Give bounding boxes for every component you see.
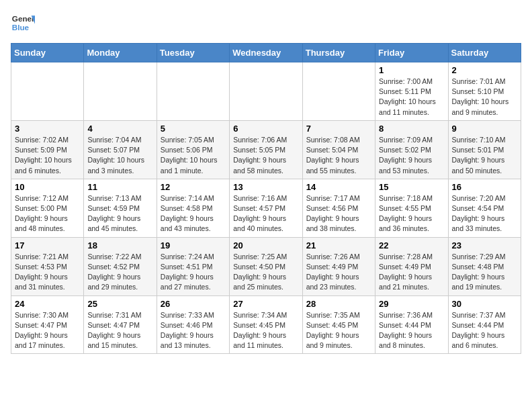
calendar-body: 1Sunrise: 7:00 AM Sunset: 5:11 PM Daylig… [11,62,521,354]
calendar-cell: 19Sunrise: 7:24 AM Sunset: 4:51 PM Dayli… [157,237,229,295]
day-number: 18 [87,240,152,250]
calendar-cell [230,62,302,121]
calendar-cell: 18Sunrise: 7:22 AM Sunset: 4:52 PM Dayli… [84,237,157,295]
weekday-header-row: SundayMondayTuesdayWednesdayThursdayFrid… [11,44,521,62]
calendar-cell: 17Sunrise: 7:21 AM Sunset: 4:53 PM Dayli… [11,237,84,295]
day-info: Sunrise: 7:25 AM Sunset: 4:50 PM Dayligh… [233,252,298,293]
day-info: Sunrise: 7:34 AM Sunset: 4:45 PM Dayligh… [233,310,298,351]
day-number: 11 [87,182,152,192]
weekday-header: Saturday [448,44,521,62]
day-number: 23 [452,240,517,250]
calendar-cell: 2Sunrise: 7:01 AM Sunset: 5:10 PM Daylig… [448,62,521,121]
day-number: 5 [161,124,226,134]
day-info: Sunrise: 7:14 AM Sunset: 4:58 PM Dayligh… [161,193,226,234]
day-number: 4 [87,124,152,134]
day-info: Sunrise: 7:20 AM Sunset: 4:54 PM Dayligh… [452,193,517,234]
day-info: Sunrise: 7:02 AM Sunset: 5:09 PM Dayligh… [15,135,80,176]
calendar-cell [302,62,375,121]
calendar-table: SundayMondayTuesdayWednesdayThursdayFrid… [11,43,521,354]
weekday-header: Friday [375,44,448,62]
page-header: General Blue [11,11,521,35]
day-number: 9 [452,124,517,134]
calendar-cell: 4Sunrise: 7:04 AM Sunset: 5:07 PM Daylig… [84,120,157,179]
day-number: 12 [161,182,226,192]
calendar-cell: 6Sunrise: 7:06 AM Sunset: 5:05 PM Daylig… [230,120,302,179]
svg-text:General: General [12,14,35,23]
day-info: Sunrise: 7:33 AM Sunset: 4:46 PM Dayligh… [161,310,226,351]
day-info: Sunrise: 7:30 AM Sunset: 4:47 PM Dayligh… [15,310,80,351]
calendar-cell: 30Sunrise: 7:37 AM Sunset: 4:44 PM Dayli… [448,295,521,354]
calendar-week: 24Sunrise: 7:30 AM Sunset: 4:47 PM Dayli… [11,295,521,354]
calendar-cell: 23Sunrise: 7:29 AM Sunset: 4:48 PM Dayli… [448,237,521,295]
calendar-cell: 10Sunrise: 7:12 AM Sunset: 5:00 PM Dayli… [11,179,84,237]
weekday-header: Sunday [11,44,84,62]
calendar-week: 17Sunrise: 7:21 AM Sunset: 4:53 PM Dayli… [11,237,521,295]
day-number: 3 [15,124,80,134]
day-number: 26 [161,299,226,309]
calendar-cell: 13Sunrise: 7:16 AM Sunset: 4:57 PM Dayli… [230,179,302,237]
day-info: Sunrise: 7:00 AM Sunset: 5:11 PM Dayligh… [379,77,444,118]
calendar-cell: 20Sunrise: 7:25 AM Sunset: 4:50 PM Dayli… [230,237,302,295]
day-info: Sunrise: 7:06 AM Sunset: 5:05 PM Dayligh… [233,135,298,176]
calendar-cell: 3Sunrise: 7:02 AM Sunset: 5:09 PM Daylig… [11,120,84,179]
day-number: 28 [306,299,371,309]
day-info: Sunrise: 7:05 AM Sunset: 5:06 PM Dayligh… [161,135,226,176]
day-info: Sunrise: 7:16 AM Sunset: 4:57 PM Dayligh… [233,193,298,234]
calendar-week: 3Sunrise: 7:02 AM Sunset: 5:09 PM Daylig… [11,120,521,179]
day-info: Sunrise: 7:36 AM Sunset: 4:44 PM Dayligh… [379,310,444,351]
calendar-cell: 29Sunrise: 7:36 AM Sunset: 4:44 PM Dayli… [375,295,448,354]
weekday-header: Tuesday [157,44,229,62]
day-info: Sunrise: 7:29 AM Sunset: 4:48 PM Dayligh… [452,252,517,293]
calendar-header: SundayMondayTuesdayWednesdayThursdayFrid… [11,44,521,62]
day-number: 19 [161,240,226,250]
calendar-cell: 25Sunrise: 7:31 AM Sunset: 4:47 PM Dayli… [84,295,157,354]
day-number: 7 [306,124,371,134]
day-number: 15 [379,182,444,192]
calendar-cell: 5Sunrise: 7:05 AM Sunset: 5:06 PM Daylig… [157,120,229,179]
weekday-header: Thursday [302,44,375,62]
calendar-cell: 27Sunrise: 7:34 AM Sunset: 4:45 PM Dayli… [230,295,302,354]
calendar-cell: 15Sunrise: 7:18 AM Sunset: 4:55 PM Dayli… [375,179,448,237]
weekday-header: Monday [84,44,157,62]
day-number: 25 [87,299,152,309]
calendar-week: 1Sunrise: 7:00 AM Sunset: 5:11 PM Daylig… [11,62,521,121]
day-number: 17 [15,240,80,250]
day-info: Sunrise: 7:22 AM Sunset: 4:52 PM Dayligh… [87,252,152,293]
day-info: Sunrise: 7:12 AM Sunset: 5:00 PM Dayligh… [15,193,80,234]
calendar-cell: 12Sunrise: 7:14 AM Sunset: 4:58 PM Dayli… [157,179,229,237]
calendar-cell: 21Sunrise: 7:26 AM Sunset: 4:49 PM Dayli… [302,237,375,295]
logo: General Blue [11,11,35,35]
day-info: Sunrise: 7:28 AM Sunset: 4:49 PM Dayligh… [379,252,444,293]
calendar-cell [157,62,229,121]
day-info: Sunrise: 7:26 AM Sunset: 4:49 PM Dayligh… [306,252,371,293]
day-number: 6 [233,124,298,134]
calendar-cell: 14Sunrise: 7:17 AM Sunset: 4:56 PM Dayli… [302,179,375,237]
calendar-cell: 9Sunrise: 7:10 AM Sunset: 5:01 PM Daylig… [448,120,521,179]
calendar-cell: 28Sunrise: 7:35 AM Sunset: 4:45 PM Dayli… [302,295,375,354]
weekday-header: Wednesday [230,44,302,62]
calendar-cell: 24Sunrise: 7:30 AM Sunset: 4:47 PM Dayli… [11,295,84,354]
day-info: Sunrise: 7:31 AM Sunset: 4:47 PM Dayligh… [87,310,152,351]
day-number: 16 [452,182,517,192]
day-info: Sunrise: 7:24 AM Sunset: 4:51 PM Dayligh… [161,252,226,293]
svg-text:Blue: Blue [12,23,30,32]
day-number: 2 [452,65,517,75]
day-number: 29 [379,299,444,309]
day-number: 14 [306,182,371,192]
day-number: 27 [233,299,298,309]
calendar-cell: 22Sunrise: 7:28 AM Sunset: 4:49 PM Dayli… [375,237,448,295]
calendar-cell: 7Sunrise: 7:08 AM Sunset: 5:04 PM Daylig… [302,120,375,179]
day-number: 21 [306,240,371,250]
day-number: 8 [379,124,444,134]
day-info: Sunrise: 7:18 AM Sunset: 4:55 PM Dayligh… [379,193,444,234]
calendar-cell: 26Sunrise: 7:33 AM Sunset: 4:46 PM Dayli… [157,295,229,354]
calendar-cell: 16Sunrise: 7:20 AM Sunset: 4:54 PM Dayli… [448,179,521,237]
day-number: 1 [379,65,444,75]
calendar-cell: 11Sunrise: 7:13 AM Sunset: 4:59 PM Dayli… [84,179,157,237]
day-info: Sunrise: 7:10 AM Sunset: 5:01 PM Dayligh… [452,135,517,176]
day-number: 10 [15,182,80,192]
day-number: 30 [452,299,517,309]
day-info: Sunrise: 7:09 AM Sunset: 5:02 PM Dayligh… [379,135,444,176]
day-info: Sunrise: 7:21 AM Sunset: 4:53 PM Dayligh… [15,252,80,293]
day-number: 13 [233,182,298,192]
